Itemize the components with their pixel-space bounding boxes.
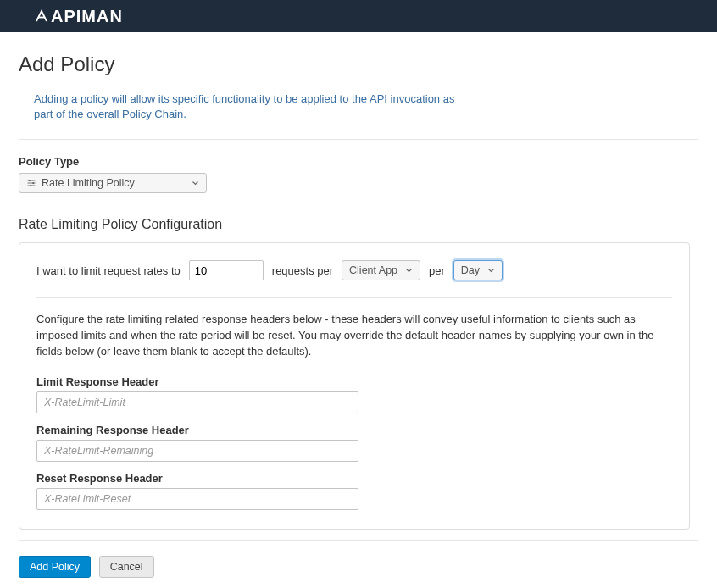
limit-header-input[interactable] bbox=[36, 391, 358, 413]
cancel-button[interactable]: Cancel bbox=[99, 556, 154, 578]
rate-mid2: per bbox=[429, 264, 445, 277]
period-value: Day bbox=[461, 264, 480, 276]
svg-point-5 bbox=[30, 185, 31, 186]
brand-icon bbox=[34, 8, 49, 24]
page-description: Adding a policy will allow its specific … bbox=[34, 92, 475, 122]
remaining-header-input[interactable] bbox=[36, 440, 358, 462]
reset-header-group: Reset Response Header bbox=[36, 472, 672, 510]
main-content: Add Policy Adding a policy will allow it… bbox=[0, 32, 717, 588]
page-title: Add Policy bbox=[19, 53, 698, 76]
config-section-title: Rate Limiting Policy Configuration bbox=[19, 217, 698, 232]
add-policy-button[interactable]: Add Policy bbox=[19, 556, 91, 578]
sliders-icon bbox=[26, 178, 36, 188]
rate-mid1: requests per bbox=[272, 264, 333, 277]
bottom-divider bbox=[19, 540, 698, 541]
granularity-select[interactable]: Client App bbox=[342, 260, 420, 280]
headers-description: Configure the rate limiting related resp… bbox=[36, 312, 672, 360]
button-row: Add Policy Cancel bbox=[19, 556, 698, 578]
config-panel: I want to limit request rates to request… bbox=[19, 242, 690, 530]
policy-type-select[interactable]: Rate Limiting Policy bbox=[19, 173, 207, 193]
rate-prefix: I want to limit request rates to bbox=[36, 264, 181, 277]
remaining-header-group: Remaining Response Header bbox=[36, 424, 672, 462]
reset-header-input[interactable] bbox=[36, 488, 358, 510]
brand-text: APIMAN bbox=[51, 7, 123, 26]
inner-divider bbox=[36, 297, 672, 298]
remaining-header-label: Remaining Response Header bbox=[36, 424, 672, 436]
granularity-value: Client App bbox=[349, 264, 397, 276]
chevron-down-icon bbox=[405, 267, 413, 275]
limit-header-group: Limit Response Header bbox=[36, 375, 672, 413]
reset-header-label: Reset Response Header bbox=[36, 472, 672, 485]
svg-point-3 bbox=[29, 180, 31, 181]
period-select[interactable]: Day bbox=[453, 260, 503, 280]
chevron-down-icon bbox=[192, 180, 199, 187]
rate-limit-input[interactable] bbox=[189, 260, 264, 280]
policy-type-label: Policy Type bbox=[19, 155, 698, 168]
policy-type-value: Rate Limiting Policy bbox=[42, 177, 135, 189]
brand-logo[interactable]: APIMAN bbox=[34, 7, 123, 26]
divider bbox=[19, 139, 698, 140]
navbar: APIMAN bbox=[0, 0, 717, 32]
limit-header-label: Limit Response Header bbox=[36, 375, 672, 388]
chevron-down-icon bbox=[487, 267, 495, 275]
rate-limit-line: I want to limit request rates to request… bbox=[36, 260, 672, 280]
svg-point-4 bbox=[32, 182, 34, 184]
